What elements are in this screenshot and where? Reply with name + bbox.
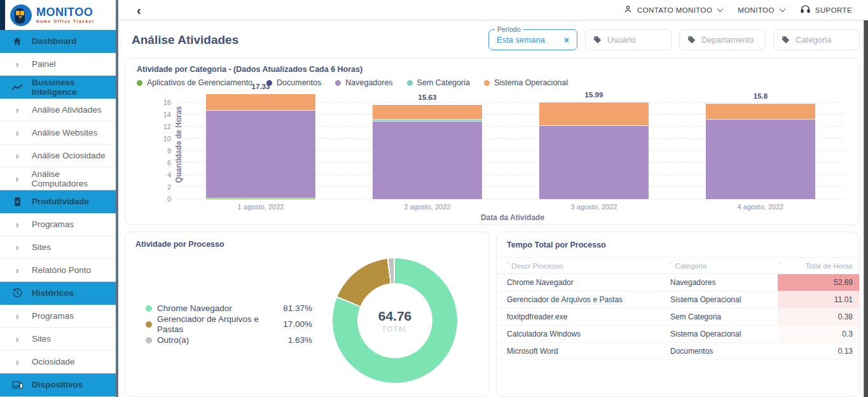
sidebar-item-an-lise-atividades[interactable]: ›Análise Atividades (0, 99, 116, 122)
topbar: ‹ CONTATO MONITOO MONITOO (118, 0, 868, 20)
table-title: Tempo Total por Processo (497, 240, 859, 257)
table-row[interactable]: Microsoft WordDocumentos0.13 (497, 343, 859, 360)
bar-segment[interactable] (706, 120, 816, 199)
headset-icon (800, 4, 811, 16)
sidebar-item-painel[interactable]: ›Painel (0, 53, 116, 76)
cell-categoria: Sem Categoria (670, 309, 778, 325)
sidebar-item-relat-rio-ponto[interactable]: ›Relatório Ponto (0, 259, 116, 282)
filter-categoria[interactable]: Categoria (773, 29, 860, 50)
table-row[interactable]: Chrome NavegadorNavegadores52.69 (497, 274, 859, 291)
page-scrollbar[interactable] (864, 0, 868, 397)
sidebar-item-produtividade[interactable]: Produtividade (0, 190, 116, 213)
stacked-bar-4[interactable] (706, 104, 816, 199)
filter-departamento[interactable]: Departamento (679, 29, 766, 50)
sidebar-item-label: Análise Atividades (32, 105, 102, 115)
chevron-right-icon: › (11, 127, 23, 138)
sidebar-item-hist-ricos[interactable]: Históricos (0, 282, 116, 305)
legend-label: Sistema Operacional (494, 78, 568, 87)
sidebar-item-programas[interactable]: ›Programas (0, 305, 116, 328)
table-row[interactable]: Calculadora WindowsSistema Operacional0.… (497, 326, 859, 343)
filter-periodo-label: Período (495, 25, 523, 33)
cell-processo: Calculadora Windows (507, 326, 670, 342)
cell-categoria: Sistema Operacional (670, 291, 778, 308)
tag-icon (687, 36, 696, 44)
account-label: MONITOO (738, 6, 775, 14)
bar-segment[interactable] (539, 126, 649, 199)
productivity-icon (11, 197, 23, 207)
brand-stripe (0, 0, 5, 30)
cell-processo: Chrome Navegador (507, 274, 670, 291)
bar-segment[interactable] (706, 104, 816, 120)
stacked-bar-3[interactable] (539, 102, 649, 199)
cell-categoria: Sistema Operacional (670, 326, 778, 342)
brand-tagline: Home Office Tracker (36, 19, 95, 24)
table-row[interactable]: foxitpdfreader.exeSem Categoria0.38 (497, 309, 859, 326)
sidebar-item-label: Dashboard (32, 36, 77, 46)
legend-dot (146, 305, 152, 312)
bar-total-label: 17.33 (177, 83, 344, 90)
brand-logo[interactable]: MONITOO Home Office Tracker (0, 0, 116, 30)
sidebar-item-an-lise-computadores[interactable]: ›Análise Computadores (0, 167, 116, 190)
page-content: Análise Atividades Período Esta semana ×… (118, 20, 868, 397)
sidebar-item-label: Dispositivos (32, 380, 83, 389)
table-body: Chrome NavegadorNavegadores52.69Gerencia… (497, 274, 859, 360)
sidebar-item-dashboard[interactable]: Dashboard (0, 30, 116, 53)
column-header-total-de-horas[interactable]: ˆTotal de Horas (778, 262, 860, 270)
sidebar-item-label: Programas (32, 219, 74, 229)
app-root: MONITOO Home Office Tracker Dashboard›Pa… (0, 0, 868, 397)
donut-total-value: 64.76 (378, 309, 412, 324)
bar-segment[interactable] (373, 105, 483, 120)
cell-processo: Gerenciador de Arquivos e Pastas (507, 291, 670, 308)
legend-item-sem-categoria[interactable]: Sem Categoria (407, 78, 470, 87)
legend-dot (137, 80, 142, 86)
sidebar-item-an-lise-ociosidade[interactable]: ›Análise Ociosidade (0, 144, 116, 167)
sidebar-item-label: Sites (32, 334, 51, 344)
column-header-label: Total de Horas (806, 262, 853, 270)
contato-monitoo-menu[interactable]: CONTATO MONITOO (623, 4, 722, 15)
donut-chart[interactable]: 64.76 TOTAL (333, 258, 457, 383)
suporte-menu[interactable]: SUPORTE (800, 4, 852, 16)
table-row[interactable]: Gerenciador de Arquivos e PastasSistema … (497, 291, 859, 309)
back-button[interactable]: ‹ (137, 4, 141, 17)
sidebar-item-label: Produtividade (32, 197, 89, 206)
donut-legend-item-outro-a-[interactable]: Outro(a)1.63% (146, 335, 312, 346)
donut-legend-label: Chrome Navegador (157, 303, 232, 314)
bar-segment[interactable] (206, 111, 316, 198)
sidebar-item-sites[interactable]: ›Sites (0, 236, 116, 259)
donut-legend-pct: 17.00% (283, 319, 312, 330)
bar-group: 17.33 (177, 102, 344, 199)
sidebar-item-ociosidade[interactable]: ›Ociosidade (0, 351, 116, 373)
monitoo-owl-icon (10, 4, 32, 26)
clear-filter-icon[interactable]: × (564, 35, 569, 45)
main-column: ‹ CONTATO MONITOO MONITOO (118, 0, 868, 397)
bar-segment[interactable] (373, 122, 483, 199)
bar-segment[interactable] (206, 94, 316, 110)
stacked-bar-1[interactable] (206, 94, 316, 199)
donut-chart-title: Atividade por Processo (135, 240, 479, 249)
bar-segment[interactable] (206, 198, 316, 199)
donut-legend-item-chrome-navegador[interactable]: Chrome Navegador81.37% (146, 303, 312, 314)
activity-by-process-card: Atividade por Processo Chrome Navegador8… (125, 232, 490, 397)
column-header-descr-processo[interactable]: ˆDescr Processo (507, 262, 670, 270)
legend-item-sistema-operacional[interactable]: Sistema Operacional (484, 78, 568, 87)
account-menu[interactable]: MONITOO (738, 6, 785, 14)
donut-legend-item-gerenciador-de-arquivos-e-pastas[interactable]: Gerenciador de Arquivos e Pastas17.00% (146, 314, 312, 335)
filter-periodo[interactable]: Período Esta semana × (488, 29, 577, 50)
sidebar-item-an-lise-websites[interactable]: ›Análise Websites (0, 122, 116, 144)
sidebar-item-bussiness-inteligence[interactable]: Bussiness Inteligence (0, 76, 116, 99)
history-icon (11, 288, 23, 298)
filter-label: Departamento (701, 35, 754, 45)
filter-usu-rio[interactable]: Usuário (585, 29, 672, 50)
sidebar-item-sites[interactable]: ›Sites (0, 328, 116, 351)
chevron-right-icon: › (11, 104, 23, 115)
sidebar-item-dispositivos[interactable]: Dispositivos (0, 373, 116, 396)
chevron-right-icon: › (11, 59, 23, 69)
stacked-bar-2[interactable] (373, 105, 483, 199)
sidebar-item-programas[interactable]: ›Programas (0, 213, 116, 236)
cell-categoria: Navegadores (670, 274, 778, 291)
chevron-right-icon: › (11, 356, 23, 367)
column-header-categoria[interactable]: ˆCategoria (670, 262, 778, 270)
bar-segment[interactable] (539, 102, 649, 126)
legend-label: Navegadores (345, 78, 392, 87)
sort-caret-icon: ˆ (778, 262, 780, 269)
